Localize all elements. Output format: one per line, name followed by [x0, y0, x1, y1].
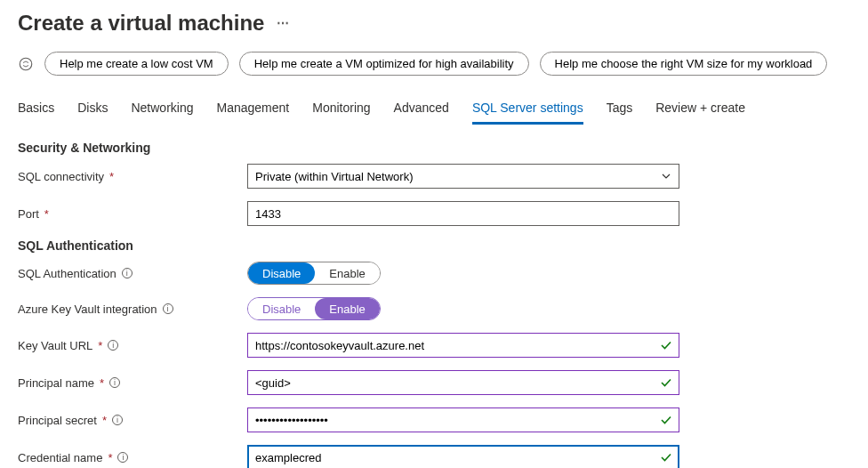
tab-networking[interactable]: Networking	[131, 97, 193, 125]
tab-monitoring[interactable]: Monitoring	[312, 97, 370, 125]
tab-sql-server-settings[interactable]: SQL Server settings	[472, 97, 583, 125]
akv-toggle: Disable Enable	[247, 297, 381, 320]
info-icon[interactable]: i	[163, 303, 173, 314]
sql-auth-enable[interactable]: Enable	[315, 262, 379, 284]
section-security-networking: Security & Networking	[18, 141, 850, 155]
copilot-icon	[18, 56, 34, 72]
info-icon[interactable]: i	[122, 268, 133, 278]
label-port: Port*	[18, 207, 247, 221]
info-icon[interactable]: i	[117, 452, 128, 463]
tab-review-create[interactable]: Review + create	[655, 97, 745, 125]
tab-disks[interactable]: Disks	[77, 97, 108, 125]
principal-secret-input[interactable]	[247, 407, 679, 432]
info-icon[interactable]: i	[112, 415, 123, 425]
info-icon[interactable]: i	[109, 377, 120, 388]
tab-management[interactable]: Management	[217, 97, 290, 125]
info-icon[interactable]: i	[108, 340, 118, 351]
sql-connectivity-select[interactable]: Private (within Virtual Network)	[247, 164, 679, 189]
suggestion-right-size[interactable]: Help me choose the right VM size for my …	[540, 52, 828, 76]
principal-name-input[interactable]	[247, 370, 679, 395]
suggestion-low-cost[interactable]: Help me create a low cost VM	[44, 52, 229, 76]
tab-tags[interactable]: Tags	[607, 97, 633, 125]
label-principal-name: Principal name* i	[18, 376, 247, 390]
label-sql-authentication: SQL Authentication i	[18, 267, 247, 280]
credential-name-input[interactable]	[247, 445, 679, 468]
tabs: Basics Disks Networking Management Monit…	[18, 97, 850, 125]
more-icon[interactable]: ⋯	[277, 16, 289, 30]
label-sql-connectivity: SQL connectivity*	[18, 170, 247, 183]
page-title: Create a virtual machine ⋯	[18, 11, 850, 36]
label-credential-name: Credential name* i	[18, 451, 247, 464]
key-vault-url-input[interactable]	[247, 333, 679, 358]
sql-auth-toggle: Disable Enable	[247, 262, 381, 285]
copilot-suggestions: Help me create a low cost VM Help me cre…	[18, 52, 850, 76]
akv-disable[interactable]: Disable	[248, 298, 315, 319]
sql-auth-disable[interactable]: Disable	[248, 262, 315, 284]
svg-point-0	[20, 58, 32, 70]
tab-advanced[interactable]: Advanced	[394, 97, 449, 125]
label-akv-integration: Azure Key Vault integration i	[18, 303, 247, 316]
page-title-text: Create a virtual machine	[18, 11, 264, 36]
label-key-vault-url: Key Vault URL* i	[18, 339, 247, 352]
akv-enable[interactable]: Enable	[315, 298, 379, 319]
suggestion-high-availability[interactable]: Help me create a VM optimized for high a…	[239, 52, 529, 76]
port-input[interactable]	[247, 201, 679, 226]
section-sql-authentication: SQL Authentication	[18, 238, 850, 253]
label-principal-secret: Principal secret* i	[18, 414, 247, 427]
tab-basics[interactable]: Basics	[18, 97, 54, 125]
